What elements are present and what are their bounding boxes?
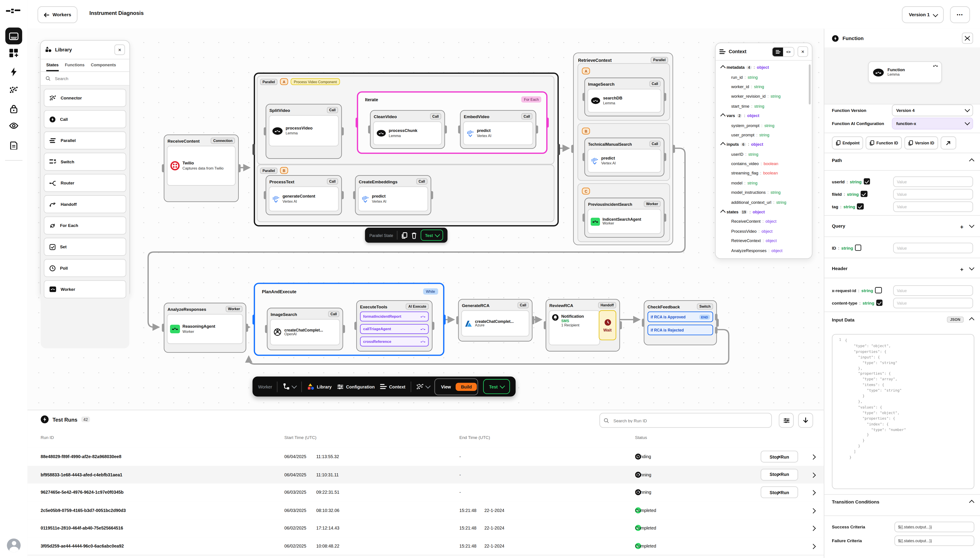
function-card[interactable]: IndicentSearchAgent Worker (587, 209, 661, 234)
library-search-input[interactable] (54, 75, 124, 81)
query-section-header[interactable]: Query (832, 220, 973, 231)
test-state-button[interactable]: Test (420, 230, 443, 241)
node-check-feedback[interactable]: CheckFeedbackSwitch if RCA is Approved E… (644, 300, 717, 345)
scrollbar[interactable] (809, 64, 811, 105)
node-review-rca[interactable]: ReviewRCAHandoff Notification SMS 1 Reci… (546, 299, 620, 351)
chevron-right-icon[interactable] (811, 508, 815, 513)
back-to-workers-button[interactable]: Workers (38, 6, 78, 23)
context-entry[interactable]: vars2object (716, 111, 812, 120)
chevron-right-icon[interactable] (811, 544, 815, 549)
test-button[interactable]: Test (483, 379, 510, 394)
build-button[interactable]: Build (456, 382, 477, 391)
table-row[interactable]: 0119511e-2810-464f-ab40-75e525664516 06/… (28, 519, 824, 538)
node-analyze-responses[interactable]: AnalyzeResponsesWorker ReasoningAgent Wo… (164, 303, 246, 353)
library-item-poll[interactable]: Poll (44, 259, 126, 277)
library-item-connector[interactable]: Connector (44, 89, 126, 107)
table-row[interactable]: bf958833-1e68-4443-afed-c4ebfb31aea1 06/… (28, 466, 824, 484)
add-icon[interactable] (960, 263, 964, 274)
library-tool[interactable]: Library (307, 383, 332, 390)
branch-a[interactable]: A ImageSearchCall searchDB Lemma (578, 63, 670, 121)
close-library-button[interactable] (114, 44, 125, 55)
sidebar-item-connectors[interactable] (9, 86, 18, 93)
download-button[interactable] (798, 413, 813, 428)
node-clean-video[interactable]: CleanVideoCall processChunk Lemma (370, 110, 445, 149)
group-retrieve-context[interactable]: RetrieveContextParallel A ImageSearchCal… (573, 53, 673, 245)
wait-card[interactable]: Wait (599, 310, 616, 340)
function-card[interactable]: predict Vertex AI (463, 121, 533, 145)
code-view-button[interactable] (783, 47, 794, 56)
tab-functions[interactable]: Functions (65, 62, 85, 71)
context-entry[interactable]: states19object (716, 207, 812, 217)
notification-card[interactable]: Notification SMS 1 Recipient (549, 310, 600, 345)
node-split-video[interactable]: SplitVideoCall processVideo Lemma (266, 104, 342, 159)
path-tag-value-input[interactable] (893, 201, 973, 212)
hierarchy-menu[interactable] (283, 383, 296, 390)
node-embed-video[interactable]: EmbedVideoCall predict Vertex AI (460, 110, 536, 149)
sidebar-item-workflows[interactable] (5, 28, 22, 44)
function-card[interactable]: ReasoningAgent Worker (167, 314, 243, 344)
header-section-header[interactable]: Header (832, 263, 973, 274)
query-id-value-input[interactable] (893, 242, 973, 253)
chevron-right-icon[interactable] (811, 491, 815, 495)
checkbox-checked[interactable] (857, 203, 864, 210)
node-plan-image-search[interactable]: ImageSearchCall createChatComplet... Ope… (267, 308, 343, 350)
node-image-search[interactable]: ImageSearchCall searchDB Lemma (584, 78, 664, 117)
branch-b[interactable]: B TechnicalManualSearchCall predict Vert… (578, 123, 670, 181)
sidebar-item-functions[interactable] (10, 67, 17, 76)
input-data-editor[interactable]: 1 { "type": "object", "properties": { "i… (832, 334, 974, 489)
filter-button[interactable] (779, 413, 794, 428)
node-execute-tools[interactable]: ExecuteToolsAI Execute formatIncidentRep… (356, 300, 432, 351)
library-item-router[interactable]: Router (44, 174, 126, 192)
path-fileid-value-input[interactable] (893, 189, 973, 199)
ai-config-select[interactable]: function-x (892, 117, 973, 129)
add-icon[interactable] (960, 220, 964, 231)
function-card[interactable]: processChunk Lemma (373, 121, 442, 145)
context-entry[interactable]: metadata4object (716, 62, 812, 72)
node-receive-content[interactable]: ReceiveContentConnection Twilio Captures… (164, 135, 239, 202)
copy-icon[interactable] (401, 232, 407, 239)
function-card[interactable]: searchDB Lemma (587, 89, 661, 113)
context-entry[interactable]: inputs6object (716, 140, 812, 149)
version-select[interactable]: Version 1 (902, 6, 944, 23)
function-card[interactable]: Function Lemma (868, 61, 942, 83)
table-row[interactable]: 9627465e-5e42-4976-9624-1c97e0f0345b 06/… (28, 484, 824, 502)
configuration-tool[interactable]: Configuration (337, 383, 375, 390)
transition-conditions-header[interactable]: Transition Conditions (832, 499, 973, 505)
function-version-select[interactable]: Version 4 (892, 104, 973, 116)
function-card[interactable]: createChatComplet... OpenAI (270, 319, 340, 345)
tab-components[interactable]: Components (91, 62, 116, 71)
apps-menu[interactable] (416, 383, 429, 390)
sidebar-item-components[interactable] (9, 49, 18, 57)
function-card[interactable]: predict Vertex AI (358, 186, 428, 212)
tool-format-incident-report[interactable]: formatIncidentReport (360, 312, 429, 322)
branch-c[interactable]: C PreviousIncidentSearchWorker IndicentS… (578, 183, 670, 242)
node-create-embeddings[interactable]: CreateEmbeddingsCall predict Vertex AI (355, 175, 431, 215)
table-row[interactable]: 3f05d259-ae44-4444-96c0-6ac6abc0ea92 06/… (28, 537, 824, 555)
header-x-request-id-value-input[interactable] (893, 285, 973, 296)
chevron-right-icon[interactable] (811, 526, 815, 531)
library-item-worker[interactable]: Worker (44, 280, 126, 299)
checkbox-checked[interactable] (861, 191, 867, 197)
checkbox-checked[interactable] (864, 178, 870, 185)
context-tool[interactable]: Context (380, 384, 405, 389)
condition-rca-rejected[interactable]: if RCA is Rejected (648, 325, 713, 335)
sidebar-item-observability[interactable] (9, 123, 18, 129)
stop-run-button[interactable]: Stop Run (761, 486, 798, 498)
library-item-call[interactable]: Call (44, 110, 126, 128)
group-plan-and-execute[interactable]: PlanAndExecute While ImageSearchCall cre… (254, 283, 444, 356)
node-technical-manual-search[interactable]: TechnicalManualSearchCall predict Vertex… (584, 138, 664, 176)
node-previous-incident-search[interactable]: PreviousIncidentSearchWorker IndicentSea… (584, 198, 664, 238)
view-button[interactable]: View (436, 384, 456, 389)
node-generate-rca[interactable]: GenerateRCACall createChatComplet... Azu… (458, 299, 533, 341)
run-search[interactable] (599, 413, 772, 428)
library-item-switch[interactable]: Switch (44, 153, 126, 171)
workflow-canvas[interactable]: ReceiveContentConnection Twilio Captures… (28, 29, 824, 410)
copy-endpoint-button[interactable]: Endpoint (832, 136, 863, 149)
function-card[interactable]: processVideo Lemma (269, 115, 339, 146)
group-iterate[interactable]: Iterate For Each CleanVideoCall processC… (357, 91, 547, 154)
copy-function-id-button[interactable]: Function ID (866, 136, 902, 149)
tab-states[interactable]: States (46, 62, 59, 71)
node-process-text[interactable]: ProcessTextCall generateContent Vertex A… (266, 175, 342, 215)
library-item-for-each[interactable]: For Each (44, 217, 126, 235)
table-row[interactable]: 88e48029-f89f-4990-af2e-82a968030ee8 06/… (28, 448, 824, 466)
